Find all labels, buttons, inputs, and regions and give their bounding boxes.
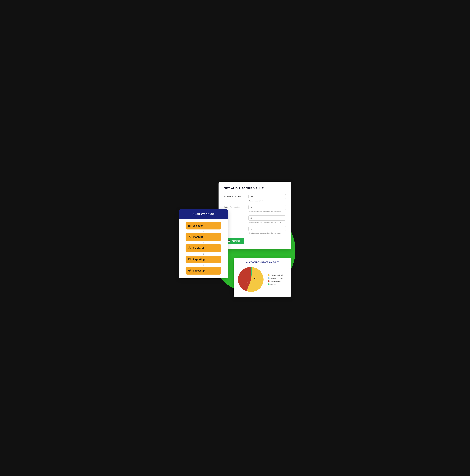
workflow-card: Audit Workflow ⊞ Selection ↓ ✓ (179, 209, 228, 278)
workflow-step-selection[interactable]: ⊞ Selection (186, 222, 221, 229)
selection-icon: ⊞ (188, 224, 191, 228)
form-row-4: Value Negative Value to subtract from th… (224, 226, 286, 234)
submit-label: SUBMIT (232, 240, 240, 242)
form-row-1: Minimum Score Limit Maxmimum of 100 % (224, 194, 286, 202)
reporting-icon (188, 257, 191, 261)
submit-icon: 💾 (228, 240, 231, 242)
input-group-critical-score: Negative Value to subtract from the main… (248, 205, 286, 213)
value-4-hint: Negative Value to subtract from the main… (248, 232, 286, 234)
legend-item-customer: Customer Audit-9 (268, 277, 283, 279)
legend-item-internal-audit: Internal Audit-19 (268, 280, 283, 282)
legend-label-internal-1: internal-1 (270, 283, 277, 285)
critical-score-input[interactable] (248, 205, 286, 210)
input-group-value-4: Negative Value to subtract from the main… (248, 226, 286, 234)
workflow-step-reporting[interactable]: Reporting (186, 255, 221, 263)
svg-text:✓: ✓ (190, 237, 191, 238)
arrow-4: ↓ (203, 264, 204, 266)
selection-label: Selection (193, 224, 203, 227)
pie-label-47: 47 (254, 277, 256, 279)
pie-svg-wrap: 47 9 19 1 (238, 266, 265, 294)
planning-icon: ✓ (188, 235, 191, 239)
arrow-2: ↓ (203, 241, 204, 244)
fieldwork-label: Fieldwork (193, 247, 205, 250)
pie-label-9: 9 (245, 287, 246, 289)
pie-legend: External audit-47 Customer Audit-9 Inter… (268, 274, 283, 285)
svg-rect-8 (189, 248, 190, 248)
minimum-score-input[interactable] (248, 194, 286, 199)
minimum-score-hint: Maxmimum of 100 % (248, 200, 286, 202)
pie-label-19: 19 (246, 281, 248, 283)
label-critical-score: Critical Score Value (224, 205, 246, 208)
scene: SET AUDIT SCORE VALUE Minimum Score Limi… (179, 179, 291, 297)
label-minimum-score: Minimum Score Limit (224, 194, 246, 197)
value-3-hint: Negative Value to subtract from the main… (248, 221, 286, 223)
value-3-input[interactable] (248, 216, 286, 221)
legend-label-customer: Customer Audit-9 (270, 277, 283, 279)
followup-icon (188, 269, 191, 273)
input-group-value-3: Negative Value to subtract from the main… (248, 216, 286, 223)
followup-label: Follow-up (193, 269, 205, 272)
form-row-2: Critical Score Value Negative Value to s… (224, 205, 286, 213)
form-row-3: Value Negative Value to subtract from th… (224, 216, 286, 223)
planning-label: Planning (193, 236, 203, 238)
reporting-label: Reporting (193, 258, 205, 261)
arrow-3: ↓ (203, 253, 204, 255)
pie-chart-svg: 47 9 19 1 (238, 266, 265, 293)
workflow-step-followup[interactable]: Follow-up (186, 267, 221, 274)
legend-label-internal-audit: Internal Audit-19 (270, 280, 282, 282)
pie-label-1: 1 (251, 268, 252, 269)
workflow-body: ⊞ Selection ↓ ✓ Planning ↓ (179, 219, 228, 278)
arrow-1: ↓ (203, 230, 204, 233)
critical-score-hint: Negative Value to subtract from the main… (248, 210, 286, 213)
workflow-header: Audit Workflow (179, 209, 228, 219)
workflow-step-fieldwork[interactable]: Fieldwork (186, 244, 221, 252)
legend-dot-external (268, 274, 270, 276)
legend-label-external: External audit-47 (270, 274, 283, 276)
workflow-step-planning[interactable]: ✓ Planning (186, 233, 221, 241)
pie-chart-card: AUDIT COUNT - BASED ON TYPES 47 (234, 258, 291, 297)
audit-score-title: SET AUDIT SCORE VALUE (224, 187, 286, 190)
audit-score-card: SET AUDIT SCORE VALUE Minimum Score Limi… (219, 182, 291, 249)
legend-dot-internal-audit (268, 280, 270, 282)
svg-point-7 (189, 247, 190, 247)
fieldwork-icon (188, 246, 191, 250)
value-4-input[interactable] (248, 226, 286, 231)
legend-dot-internal-1 (268, 284, 270, 285)
legend-item-external: External audit-47 (268, 274, 283, 276)
legend-item-internal-1: internal-1 (268, 283, 283, 285)
input-group-minimum-score: Maxmimum of 100 % (248, 194, 286, 202)
pie-chart-title: AUDIT COUNT - BASED ON TYPES (238, 261, 288, 263)
legend-dot-customer (268, 277, 270, 279)
pie-content: 47 9 19 1 External audit-47 Customer Aud… (238, 266, 288, 294)
